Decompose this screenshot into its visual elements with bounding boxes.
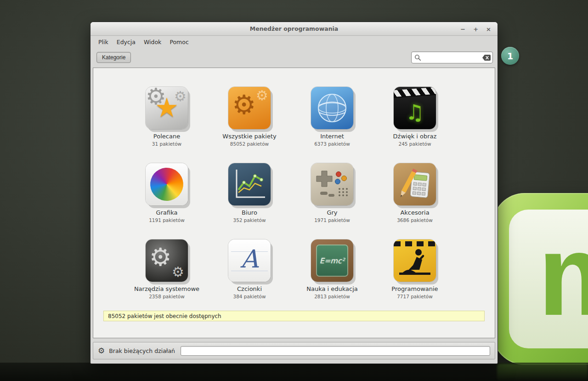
mint-logo-reflection — [497, 364, 588, 381]
category-count: 85052 pakietów — [208, 141, 291, 147]
category-tile-featured[interactable]: ⚙ ⚙ ★ Polecane 31 pakietów — [125, 87, 208, 163]
category-name: Narzędzia systemowe — [125, 285, 208, 293]
category-name: Wszystkie pakiety — [208, 133, 291, 140]
category-view: ⚙ ⚙ ★ Polecane 31 pakietów ⚙ ⚙ Wszystkie… — [93, 68, 495, 338]
education-chalkboard-icon: E=mc² — [311, 239, 353, 282]
category-name: Polecane — [125, 133, 208, 140]
internet-globe-icon — [311, 87, 353, 129]
desktop: { "desktop": { "badge": "1", "logo_lette… — [0, 0, 588, 381]
category-tile-accessories[interactable]: Akcesoria 3686 pakietów — [373, 163, 456, 239]
toolbar: Kategorie — [90, 48, 498, 68]
search-entry — [411, 51, 493, 63]
chalkboard: E=mc² — [316, 245, 348, 277]
letter-a-glyph: A — [228, 247, 271, 272]
category-name: Akcesoria — [373, 209, 456, 216]
category-count: 1191 pakietów — [125, 217, 208, 223]
category-count: 2358 pakietów — [125, 294, 208, 299]
menu-edit[interactable]: Edycja — [113, 37, 139, 47]
infobar: 85052 pakietów jest obecnie dostępnych — [103, 311, 485, 321]
all-packages-icon: ⚙ ⚙ — [228, 87, 271, 129]
menubar: Plik Edycja Widok Pomoc — [90, 36, 498, 48]
clapperboard-stripes — [394, 87, 436, 98]
music-note-icon: ♫ — [394, 102, 436, 123]
star-icon: ★ — [146, 94, 188, 121]
category-count: 6373 pakietów — [291, 141, 373, 147]
category-tile-all-packages[interactable]: ⚙ ⚙ Wszystkie pakiety 85052 pakietów — [208, 87, 291, 163]
color-wheel — [146, 164, 188, 205]
category-tile-internet[interactable]: Internet 6373 pakietów — [291, 87, 373, 163]
category-tile-games[interactable]: Gry 1971 pakietów — [291, 163, 373, 239]
menu-help[interactable]: Pomoc — [166, 37, 192, 47]
category-count: 1971 pakietów — [291, 217, 373, 223]
category-name: Programowanie — [373, 285, 456, 293]
menu-view[interactable]: Widok — [141, 37, 164, 47]
category-name: Czcionki — [208, 285, 291, 293]
hazard-marks — [394, 241, 436, 246]
category-name: Nauka i edukacja — [291, 285, 373, 293]
programming-icon — [394, 239, 436, 282]
progress-bar — [181, 346, 490, 356]
search-icon — [414, 54, 421, 61]
categories-button[interactable]: Kategorie — [96, 52, 131, 63]
gamepad-icon — [311, 163, 353, 205]
sound-video-icon: ♫ — [394, 87, 436, 129]
gear-icon: ⚙ — [232, 91, 256, 118]
fonts-icon: A — [228, 239, 271, 282]
category-tile-education[interactable]: E=mc² Nauka i edukacja 2813 pakietów — [291, 239, 373, 316]
gear-icon: ⚙ — [98, 346, 105, 355]
category-count: 31 pakietów — [125, 141, 208, 147]
category-count: 7717 pakietów — [373, 294, 456, 299]
gear-icon: ⚙ — [172, 265, 184, 279]
software-manager-window: Menedżer oprogramowania − + × Plik Edycj… — [90, 22, 498, 364]
category-grid: ⚙ ⚙ ★ Polecane 31 pakietów ⚙ ⚙ Wszystkie… — [125, 87, 456, 316]
category-tile-programming[interactable]: Programowanie 7717 pakietów — [373, 239, 456, 316]
category-count: 352 pakietów — [208, 217, 291, 223]
titlebar[interactable]: Menedżer oprogramowania − + × — [90, 22, 498, 36]
gear-icon: ⚙ — [256, 89, 268, 102]
category-name: Dźwięk i obraz — [373, 133, 456, 140]
category-tile-sound-video[interactable]: ♫ Dźwięk i obraz 245 pakietów — [373, 87, 456, 163]
category-count: 245 pakietów — [373, 141, 456, 147]
infobar-text: 85052 pakietów jest obecnie dostępnych — [108, 313, 221, 319]
window-title: Menedżer oprogramowania — [250, 25, 339, 32]
statusbar: ⚙ Brak bieżących działań — [93, 342, 495, 359]
accessories-icon — [394, 163, 436, 205]
mint-logo-letter: m — [492, 185, 588, 365]
category-count: 384 pakietów — [208, 294, 291, 299]
mint-logo: m — [492, 193, 588, 365]
menu-file[interactable]: Plik — [95, 37, 112, 47]
category-name: Gry — [291, 209, 373, 216]
gear-icon: ⚙ — [149, 245, 171, 270]
minimize-button[interactable]: − — [460, 26, 465, 32]
close-button[interactable]: × — [486, 26, 491, 32]
clear-search-icon[interactable] — [482, 55, 491, 61]
formula-text: E=mc² — [320, 256, 345, 265]
featured-icon: ⚙ ⚙ ★ — [146, 87, 188, 129]
search-input[interactable] — [421, 53, 482, 62]
category-tile-system-tools[interactable]: ⚙ ⚙ Narzędzia systemowe 2358 pakietów — [125, 239, 208, 316]
category-count: 3686 pakietów — [373, 217, 456, 223]
category-name: Biuro — [208, 209, 291, 216]
graphics-pinwheel-icon — [146, 163, 188, 205]
category-name: Internet — [291, 133, 373, 140]
status-text: Brak bieżących działań — [109, 347, 175, 354]
maximize-button[interactable]: + — [473, 26, 478, 32]
category-tile-graphics[interactable]: Grafika 1191 pakietów — [125, 163, 208, 239]
annotation-badge: 1 — [501, 47, 519, 65]
category-tile-fonts[interactable]: A Czcionki 384 pakietów — [208, 239, 291, 316]
category-tile-office[interactable]: Biuro 352 pakietów — [208, 163, 291, 239]
category-name: Grafika — [125, 209, 208, 216]
office-chart-icon — [228, 163, 271, 205]
system-tools-icon: ⚙ ⚙ — [146, 239, 188, 282]
category-count: 2813 pakietów — [291, 294, 373, 299]
window-controls: − + × — [460, 22, 491, 36]
